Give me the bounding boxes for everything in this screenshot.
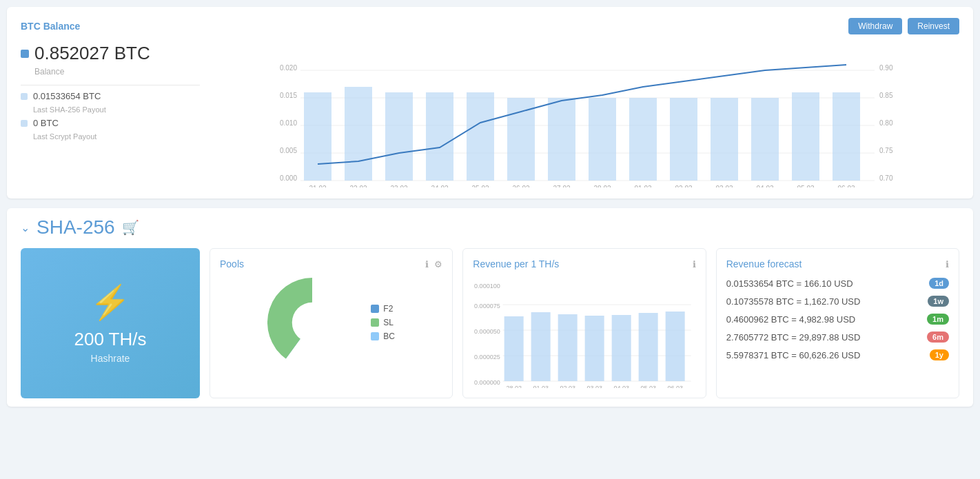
svg-rect-24: [670, 98, 697, 181]
btc-main-amount: 0.852027 BTC: [34, 43, 150, 64]
svg-text:01.03: 01.03: [634, 185, 651, 187]
svg-rect-23: [629, 98, 657, 181]
hashrate-value: 200 TH/s: [74, 329, 146, 350]
btc-chart-panel: 0.000 0.005 0.010 0.015 0.020 0.70 0.75 …: [214, 43, 959, 187]
btc-dot-indicator: [21, 50, 29, 58]
svg-text:28.02: 28.02: [593, 185, 611, 187]
forecast-row-6m: 2.7605772 BTC = 29,897.88 USD 6m: [726, 332, 949, 343]
gear-icon[interactable]: ⚙: [434, 259, 442, 269]
svg-text:03.03: 03.03: [587, 385, 603, 388]
legend-dot-sl: [371, 318, 379, 327]
svg-text:0.010: 0.010: [280, 119, 297, 127]
svg-text:23.02: 23.02: [390, 185, 407, 187]
svg-text:0.000075: 0.000075: [474, 303, 500, 309]
revenue-forecast-card: Revenue forecast ℹ 0.01533654 BTC = 166.…: [716, 248, 959, 398]
forecast-icons: ℹ: [946, 259, 949, 269]
sha-dot: [21, 93, 28, 100]
info-icon-rev[interactable]: ℹ: [693, 259, 696, 269]
revenue-chart-svg: 0.000000 0.000025 0.000050 0.000075 0.00…: [473, 278, 695, 388]
svg-text:24.02: 24.02: [431, 185, 448, 187]
svg-rect-16: [345, 87, 372, 181]
btc-chart-container: 0.000 0.005 0.010 0.015 0.020 0.70 0.75 …: [214, 43, 959, 187]
svg-rect-15: [304, 92, 331, 181]
legend-dot-bc: [371, 332, 379, 340]
svg-rect-19: [467, 92, 494, 181]
scrypt-payout-row: 0 BTC: [21, 118, 200, 128]
pools-card: Pools ℹ ⚙: [210, 248, 453, 398]
svg-text:02.03: 02.03: [675, 185, 692, 187]
svg-text:0.000025: 0.000025: [474, 354, 500, 360]
pie-chart-svg: [267, 278, 357, 367]
svg-rect-54: [531, 312, 551, 381]
svg-text:0.015: 0.015: [280, 92, 297, 99]
svg-text:25.02: 25.02: [471, 185, 489, 187]
svg-rect-58: [639, 313, 658, 381]
svg-text:04.03: 04.03: [756, 185, 773, 187]
svg-text:0.000050: 0.000050: [474, 328, 500, 335]
btc-balance-label: Balance: [34, 67, 200, 77]
pie-chart-area: F2 SL BC: [220, 278, 442, 367]
legend-f2: F2: [371, 304, 395, 314]
sha-header: ⌄ SHA-256 🛒: [21, 216, 959, 238]
forecast-value-1m: 0.4600962 BTC = 4,982.98 USD: [726, 314, 856, 325]
legend-label-bc: BC: [383, 332, 395, 341]
info-icon[interactable]: ℹ: [425, 259, 429, 269]
svg-rect-27: [792, 92, 819, 181]
svg-text:0.90: 0.90: [879, 64, 893, 72]
svg-text:04.03: 04.03: [614, 385, 630, 388]
svg-text:0.020: 0.020: [280, 64, 297, 72]
svg-text:02.03: 02.03: [560, 385, 576, 388]
forecast-value-6m: 2.7605772 BTC = 29,897.88 USD: [726, 332, 861, 343]
svg-text:28.02: 28.02: [507, 385, 522, 388]
svg-text:0.85: 0.85: [879, 92, 893, 99]
scrypt-payout-value: 0 BTC: [33, 118, 59, 128]
chevron-down-icon[interactable]: ⌄: [21, 221, 30, 234]
svg-text:27.02: 27.02: [553, 185, 570, 187]
sha-payout-row: 0.01533654 BTC: [21, 91, 200, 101]
sha-payout-label: Last SHA-256 Payout: [33, 105, 200, 114]
svg-text:0.80: 0.80: [879, 119, 893, 127]
svg-text:0.000100: 0.000100: [474, 283, 500, 289]
svg-text:01.03: 01.03: [533, 385, 549, 388]
legend-label-f2: F2: [383, 304, 393, 314]
reinvest-button[interactable]: Reinvest: [908, 18, 959, 34]
sha-title: SHA-256: [37, 216, 115, 238]
pie-legend: F2 SL BC: [371, 304, 395, 341]
cart-icon[interactable]: 🛒: [122, 219, 139, 236]
forecast-title-row: Revenue forecast ℹ: [726, 258, 949, 269]
forecast-badge-1d: 1d: [929, 278, 949, 289]
revenue-per-icons: ℹ: [693, 259, 696, 269]
svg-text:05.03: 05.03: [797, 185, 814, 187]
svg-rect-57: [612, 315, 631, 381]
forecast-row-1d: 0.01533654 BTC = 166.10 USD 1d: [726, 278, 949, 289]
pools-title-row: Pools ℹ ⚙: [220, 258, 442, 269]
hashrate-card: ⚡ 200 TH/s Hashrate: [21, 248, 200, 398]
revenue-chart-area: 0.000000 0.000025 0.000050 0.000075 0.00…: [473, 278, 695, 388]
forecast-row-1y: 5.5978371 BTC = 60,626.26 USD 1y: [726, 349, 949, 360]
hashrate-label: Hashrate: [91, 353, 130, 364]
pools-title: Pools: [220, 258, 244, 269]
lightning-icon: ⚡: [90, 283, 131, 322]
scrypt-dot: [21, 120, 28, 127]
legend-label-sl: SL: [383, 318, 394, 327]
svg-text:0.75: 0.75: [879, 147, 893, 154]
forecast-badge-1w: 1w: [928, 296, 949, 307]
btc-chart-svg: 0.000 0.005 0.010 0.015 0.020 0.70 0.75 …: [214, 43, 959, 187]
forecast-row-1w: 0.10735578 BTC = 1,162.70 USD 1w: [726, 296, 949, 307]
btc-left-panel: 0.852027 BTC Balance 0.01533654 BTC Last…: [21, 43, 200, 187]
forecast-value-1d: 0.01533654 BTC = 166.10 USD: [726, 278, 853, 289]
svg-rect-21: [548, 98, 575, 181]
btc-balance-card: BTC Balance Withdraw Reinvest 0.852027 B…: [7, 7, 973, 198]
svg-text:03.03: 03.03: [715, 185, 733, 187]
info-icon-forecast[interactable]: ℹ: [946, 259, 949, 269]
svg-rect-28: [833, 92, 860, 181]
forecast-badge-6m: 6m: [927, 332, 949, 343]
svg-rect-26: [751, 98, 779, 181]
withdraw-button[interactable]: Withdraw: [848, 18, 902, 34]
svg-text:06.03: 06.03: [668, 385, 684, 388]
btc-card-body: 0.852027 BTC Balance 0.01533654 BTC Last…: [21, 43, 959, 187]
svg-text:22.02: 22.02: [349, 185, 367, 187]
btc-card-header: BTC Balance Withdraw Reinvest: [21, 18, 959, 34]
svg-rect-17: [385, 92, 413, 181]
btc-action-buttons: Withdraw Reinvest: [848, 18, 959, 34]
